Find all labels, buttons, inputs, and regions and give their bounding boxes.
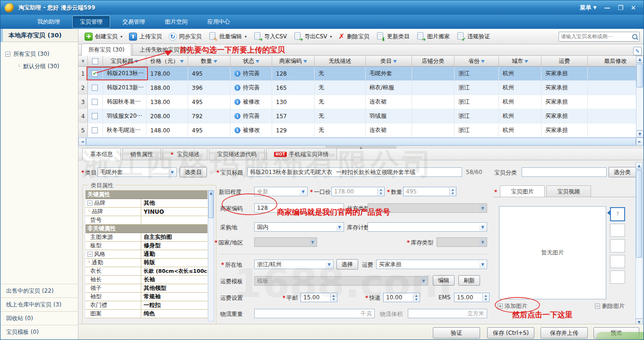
property-row[interactable]: 货号 bbox=[86, 216, 207, 225]
item-title-input[interactable] bbox=[250, 169, 459, 175]
property-row[interactable]: 衣门襟一粒扣 bbox=[86, 301, 207, 310]
row-checkbox[interactable] bbox=[92, 113, 98, 119]
nav-my-assistant[interactable]: 我的助理 bbox=[30, 16, 68, 28]
collapse-icon[interactable]: − bbox=[87, 252, 93, 257]
violation-check-button[interactable]: ✔违规验证 bbox=[453, 31, 493, 42]
ems-fee-stepper[interactable]: 15.00▲▼ bbox=[454, 293, 489, 302]
property-row[interactable]: 袖型常规袖 bbox=[86, 293, 207, 301]
row-checkbox[interactable] bbox=[92, 99, 98, 105]
table-vertical-scrollbar[interactable]: ▲ ▼ bbox=[636, 56, 644, 138]
chevron-down-icon[interactable]: ▾ bbox=[245, 35, 247, 39]
filter-icon[interactable] bbox=[256, 60, 259, 65]
table-row[interactable]: 5 秋冬毛呢连··· 148.00 495 i被修改 129 无 连衣裙 浙江 … bbox=[78, 123, 644, 138]
property-row[interactable]: 领子其他领型 bbox=[86, 284, 207, 293]
header-category[interactable]: 类目 bbox=[366, 56, 412, 66]
image-move-button[interactable]: ➜图片搬家 bbox=[413, 31, 453, 42]
scroll-up-icon[interactable]: ▲ bbox=[635, 162, 643, 169]
sync-item-button[interactable]: ↻同步宝贝 bbox=[165, 31, 205, 42]
table-row[interactable]: 4 羽绒服女20··· 208.00 792 i待完善 157 无 羽绒服 浙江… bbox=[78, 109, 644, 123]
image-thumb-slot[interactable] bbox=[610, 239, 625, 253]
location-select[interactable]: 浙江/杭州▼ bbox=[254, 260, 334, 269]
row-checkbox[interactable] bbox=[92, 127, 98, 133]
menu-button[interactable]: 菜单▼ bbox=[580, 4, 597, 12]
add-image-button[interactable]: +添加图片 bbox=[498, 302, 527, 310]
template-edit-button[interactable]: 编辑 bbox=[433, 275, 455, 286]
scroll-up-icon[interactable]: ▲ bbox=[636, 56, 644, 63]
filter-icon[interactable] bbox=[214, 60, 217, 65]
image-thumb-slot[interactable]: ? bbox=[610, 207, 625, 221]
filter-icon[interactable] bbox=[481, 60, 485, 65]
scrollbar-thumb[interactable]: ▲ bbox=[208, 191, 214, 218]
batch-edit-button[interactable]: ✎批量编辑▾ bbox=[205, 31, 250, 42]
sidebar-item-default-group[interactable]: └ 默认分组 (30) bbox=[5, 60, 78, 72]
header-select-all[interactable] bbox=[88, 56, 103, 66]
select-all-checkbox[interactable] bbox=[92, 58, 98, 64]
remove-image-button[interactable]: −删除图片 bbox=[595, 302, 625, 310]
row-checkbox[interactable] bbox=[92, 85, 98, 91]
chevron-down-icon[interactable]: ▾ bbox=[120, 35, 122, 39]
chevron-down-icon[interactable]: ▼ bbox=[169, 168, 176, 176]
chevron-down-icon[interactable]: ▾ bbox=[330, 35, 332, 39]
header-quantity[interactable]: 数量 bbox=[188, 56, 231, 66]
filter-icon[interactable] bbox=[135, 60, 138, 65]
post-fee-stepper[interactable]: 15.00▲▼ bbox=[301, 293, 337, 302]
filter-icon[interactable] bbox=[180, 60, 184, 65]
weight-input[interactable] bbox=[257, 310, 361, 317]
customize-columns-icon[interactable]: ✎ bbox=[633, 47, 642, 55]
nav-trade-management[interactable]: 交易管理 bbox=[115, 16, 153, 28]
filter-icon[interactable] bbox=[524, 60, 528, 65]
tab-item-description[interactable]: 宝贝描述 bbox=[163, 148, 207, 160]
delete-item-button[interactable]: ✗删除宝贝 bbox=[335, 31, 373, 42]
tab-basic-info[interactable]: 基本信息 bbox=[82, 148, 121, 160]
choose-category-button[interactable]: 选类目 bbox=[180, 167, 207, 177]
tab-mobile-detail[interactable]: HOT手机端宝贝详情 bbox=[266, 148, 336, 160]
scrollbar-thumb[interactable] bbox=[636, 64, 643, 87]
item-classify-input[interactable] bbox=[524, 169, 604, 175]
condition-select[interactable]: 全新▼ bbox=[254, 187, 308, 196]
maximize-button[interactable]: ❐ bbox=[618, 5, 623, 11]
sidebar-item-templates[interactable]: 宝贝模板 (0) bbox=[0, 325, 77, 339]
scroll-left-icon[interactable]: ◄ bbox=[78, 138, 86, 146]
shipping-select[interactable]: 买家承担▼ bbox=[376, 260, 487, 269]
collapse-icon[interactable]: − bbox=[87, 201, 93, 206]
sidebar-item-recycle-bin[interactable]: 回收站 (0) bbox=[0, 311, 77, 325]
header-province[interactable]: 省份 bbox=[455, 56, 499, 66]
import-csv-button[interactable]: ➜导入CSV bbox=[250, 31, 290, 42]
header-wireless[interactable]: 无线描述 bbox=[315, 56, 366, 66]
save-button[interactable]: 保存 (Ctrl+S) bbox=[487, 327, 534, 339]
tab-sales-attributes[interactable]: 销售属性 bbox=[122, 148, 161, 160]
tab-description-source[interactable]: 宝贝描述源代码 bbox=[209, 148, 265, 160]
express-fee-stepper[interactable]: 10.00▲▼ bbox=[383, 293, 420, 302]
header-title[interactable]: 宝贝标题 bbox=[103, 56, 146, 66]
location-choose-button[interactable]: 选择 bbox=[336, 259, 358, 270]
header-merchant-code[interactable]: 商家编码 bbox=[272, 56, 315, 66]
nav-app-center[interactable]: 应用中心 bbox=[200, 16, 238, 28]
image-thumb-slot[interactable] bbox=[610, 270, 625, 284]
header-modified[interactable]: 最后修改 bbox=[588, 56, 644, 66]
volume-input[interactable] bbox=[411, 310, 467, 317]
header-shipping[interactable]: 运费 bbox=[541, 56, 588, 66]
property-row[interactable]: 衣长长款 (80cm<衣长≤100cm) bbox=[86, 267, 207, 276]
sidebar-item-warehouse[interactable]: 线上仓库中的宝贝 (3) bbox=[0, 297, 77, 311]
sidebar-item-onsale[interactable]: 出售中的宝贝 (22) bbox=[0, 284, 77, 297]
nav-item-management[interactable]: 宝贝管理 bbox=[72, 16, 110, 28]
filter-icon[interactable] bbox=[393, 60, 397, 65]
property-row[interactable]: −风格通勤 bbox=[86, 250, 207, 259]
search-icon[interactable] bbox=[632, 34, 637, 39]
scroll-down-icon[interactable]: ▼ bbox=[636, 131, 644, 138]
update-category-button[interactable]: ⬇更新类目 bbox=[373, 31, 413, 42]
properties-scrollbar[interactable]: ▲ bbox=[208, 190, 214, 322]
category-select[interactable]: 毛呢外套▼ bbox=[97, 167, 177, 177]
upload-item-button[interactable]: ⬆上传宝贝 bbox=[126, 31, 165, 42]
sidebar-item-all-items[interactable]: − 所有宝贝 (30) bbox=[5, 48, 78, 60]
create-item-button[interactable]: ✚创建宝贝▾ bbox=[81, 31, 126, 42]
image-thumb-slot[interactable] bbox=[610, 224, 625, 237]
property-row[interactable]: 主图来源自主实拍图 bbox=[86, 233, 207, 242]
header-status[interactable]: 状态 bbox=[231, 56, 272, 66]
close-button[interactable]: ✕ bbox=[631, 5, 636, 11]
price-stepper[interactable]: 178.00▲▼ bbox=[331, 187, 385, 196]
property-row[interactable]: └品牌YINUO bbox=[86, 208, 207, 216]
property-row[interactable]: 板型修身型 bbox=[86, 242, 207, 250]
property-row[interactable]: └通勤韩版 bbox=[86, 259, 207, 267]
table-row[interactable]: 3 韩国秋冬装··· 138.00 495 i被修改 130 无 连衣裙 浙江 … bbox=[78, 95, 644, 109]
